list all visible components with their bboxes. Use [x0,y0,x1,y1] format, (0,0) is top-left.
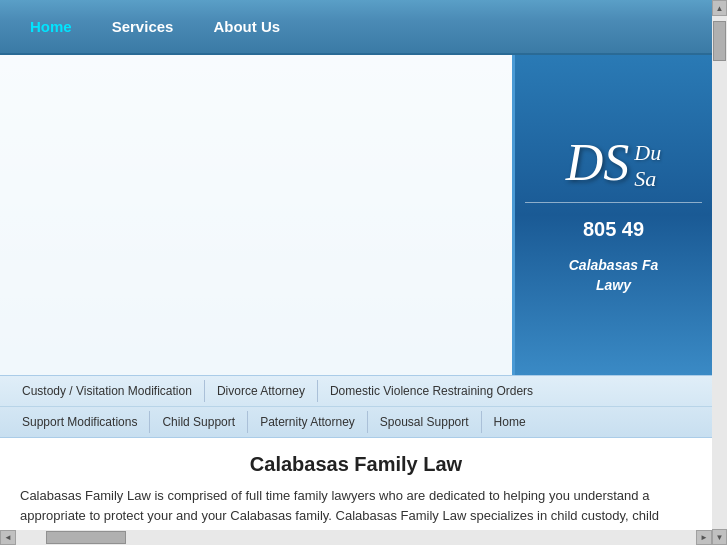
nav-services[interactable]: Services [92,0,194,54]
scroll-thumb[interactable] [713,21,726,61]
scroll-down-button[interactable]: ▼ [712,529,727,545]
h-scroll-track[interactable] [16,530,696,545]
hero-left [0,55,512,375]
page-content-area: Calabasas Family Law Calabasas Family La… [0,438,712,530]
service-divorce[interactable]: Divorce Attorney [205,380,318,402]
vertical-scrollbar: ▲ ▼ [712,0,727,545]
page-body-text: Calabasas Family Law is comprised of ful… [20,486,692,525]
nav-home[interactable]: Home [10,0,92,54]
service-dvro[interactable]: Domestic Violence Restraining Orders [318,380,545,402]
horizontal-scrollbar: ◄ ► [0,530,712,545]
scroll-up-button[interactable]: ▲ [712,0,727,16]
service-support-mod[interactable]: Support Modifications [10,411,150,433]
firm-name: Calabasas Fa Lawy [569,256,659,295]
navbar: Home Services About Us [0,0,712,55]
page-content: Calabasas Family Law Calabasas Family La… [0,438,712,530]
services-row-1: Custody / Visitation Modification Divorc… [0,376,712,407]
phone-number: 805 49 [583,218,644,241]
services-row-2: Support Modifications Child Support Pate… [0,407,712,437]
scroll-track[interactable] [712,16,727,529]
services-bar: Custody / Visitation Modification Divorc… [0,375,712,438]
logo-panel: DS Du Sa 805 49 Calabasas Fa Lawy [512,55,712,375]
scroll-right-button[interactable]: ► [696,530,712,545]
service-custody[interactable]: Custody / Visitation Modification [10,380,205,402]
service-home[interactable]: Home [482,411,538,433]
page-title: Calabasas Family Law [20,453,692,476]
service-spousal[interactable]: Spousal Support [368,411,482,433]
logo-divider [525,202,702,203]
logo-name-text: Du Sa [634,140,661,193]
scroll-left-button[interactable]: ◄ [0,530,16,545]
service-child-support[interactable]: Child Support [150,411,248,433]
h-scroll-thumb[interactable] [46,531,126,544]
nav-about[interactable]: About Us [193,0,300,54]
logo-initials: DS [566,137,630,189]
service-paternity[interactable]: Paternity Attorney [248,411,368,433]
hero-section: DS Du Sa 805 49 Calabasas Fa Lawy [0,55,712,375]
